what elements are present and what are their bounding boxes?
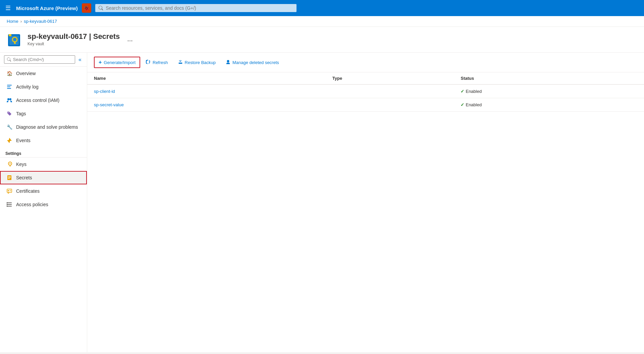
page-subtitle: Key vault xyxy=(28,42,120,46)
sidebar-collapse-button[interactable]: « xyxy=(77,56,83,63)
sidebar-item-secrets[interactable]: Secrets xyxy=(0,171,87,184)
more-options-button[interactable]: ··· xyxy=(127,37,133,44)
events-icon xyxy=(6,137,13,144)
generate-import-button[interactable]: + Generate/Import xyxy=(94,57,140,68)
toolbar: + Generate/Import Refresh Restore Backup xyxy=(87,53,644,72)
tags-icon xyxy=(6,110,13,117)
overview-icon: 🏠 xyxy=(6,70,13,77)
svg-rect-8 xyxy=(7,88,11,89)
svg-point-18 xyxy=(8,190,9,191)
sidebar-search-icon xyxy=(7,57,11,62)
check-icon: ✓ xyxy=(461,102,464,107)
row-type xyxy=(326,98,454,112)
svg-rect-6 xyxy=(7,85,12,85)
table-row[interactable]: sp-client-id ✓ Enabled xyxy=(87,84,644,98)
table-row[interactable]: sp-secret-value ✓ Enabled xyxy=(87,98,644,112)
content-area: + Generate/Import Refresh Restore Backup xyxy=(87,53,644,352)
row-name[interactable]: sp-secret-value xyxy=(87,98,326,112)
refresh-icon xyxy=(146,60,151,65)
svg-rect-16 xyxy=(8,178,10,179)
check-icon: ✓ xyxy=(461,89,464,94)
sidebar-item-certificates-label: Certificates xyxy=(16,188,40,194)
svg-rect-23 xyxy=(7,202,12,203)
sidebar-item-activity-log[interactable]: Activity log xyxy=(0,80,87,94)
sidebar-item-tags-label: Tags xyxy=(16,111,26,116)
certificates-icon xyxy=(6,188,13,194)
manage-deleted-button[interactable]: Manage deleted secrets xyxy=(221,57,283,68)
main-layout: « 🏠 Overview Activity log Access control… xyxy=(0,53,644,352)
secrets-icon xyxy=(6,174,13,181)
sidebar-item-diagnose[interactable]: 🔧 Diagnose and solve problems xyxy=(0,120,87,134)
search-input[interactable] xyxy=(106,5,293,11)
sidebar-item-events-label: Events xyxy=(16,138,31,143)
sidebar-item-access-policies-label: Access policies xyxy=(16,202,48,207)
restore-icon xyxy=(178,60,183,65)
sidebar-item-certificates[interactable]: Certificates xyxy=(0,184,87,198)
col-header-type: Type xyxy=(326,72,454,84)
svg-rect-14 xyxy=(8,176,11,177)
top-navigation-bar: ☰ Microsoft Azure (Preview) 🐞 xyxy=(0,0,644,16)
diagnose-icon: 🔧 xyxy=(6,124,13,130)
sidebar-item-keys-label: Keys xyxy=(16,162,26,167)
svg-rect-5 xyxy=(9,34,11,36)
iam-icon xyxy=(6,97,13,104)
manage-deleted-icon xyxy=(226,60,230,65)
page-header-text: sp-keyvault-0617 | Secrets Key vault xyxy=(28,32,120,46)
sidebar-item-overview[interactable]: 🏠 Overview xyxy=(0,67,87,80)
row-status: ✓ Enabled xyxy=(454,84,644,98)
svg-rect-28 xyxy=(7,205,7,207)
keyvault-icon xyxy=(7,32,23,48)
breadcrumb-resource[interactable]: sp-keyvault-0617 xyxy=(24,19,57,24)
svg-rect-15 xyxy=(8,177,11,178)
svg-rect-7 xyxy=(7,86,10,87)
svg-rect-24 xyxy=(7,204,12,205)
bug-icon[interactable]: 🐞 xyxy=(82,3,91,13)
row-name[interactable]: sp-client-id xyxy=(87,84,326,98)
svg-point-9 xyxy=(7,98,9,100)
plus-icon: + xyxy=(99,59,102,65)
svg-rect-26 xyxy=(7,202,7,203)
keys-icon xyxy=(6,161,13,168)
hamburger-menu[interactable]: ☰ xyxy=(4,3,12,13)
page-header: sp-keyvault-0617 | Secrets Key vault ··· xyxy=(0,27,644,53)
svg-point-12 xyxy=(10,163,11,164)
sidebar-item-iam-label: Access control (IAM) xyxy=(16,98,59,103)
svg-rect-27 xyxy=(7,204,7,205)
breadcrumb-home[interactable]: Home xyxy=(7,19,18,24)
svg-rect-20 xyxy=(10,191,11,191)
page-title: sp-keyvault-0617 | Secrets xyxy=(28,32,120,41)
sidebar-item-iam[interactable]: Access control (IAM) xyxy=(0,94,87,107)
sidebar-item-secrets-label: Secrets xyxy=(16,175,32,180)
restore-backup-button[interactable]: Restore Backup xyxy=(174,57,220,68)
breadcrumb: Home › sp-keyvault-0617 xyxy=(0,16,644,27)
global-search[interactable] xyxy=(95,4,297,12)
row-status: ✓ Enabled xyxy=(454,98,644,112)
sidebar-search-box[interactable] xyxy=(4,55,75,64)
col-header-name: Name xyxy=(87,72,326,84)
search-icon xyxy=(99,6,103,10)
breadcrumb-separator: › xyxy=(20,19,22,24)
sidebar-item-keys[interactable]: Keys xyxy=(0,158,87,171)
svg-rect-19 xyxy=(10,190,11,190)
access-policies-icon xyxy=(6,201,13,208)
svg-marker-11 xyxy=(7,138,12,143)
sidebar-item-diagnose-label: Diagnose and solve problems xyxy=(16,124,78,130)
sidebar-search-input[interactable] xyxy=(13,57,72,62)
app-title: Microsoft Azure (Preview) xyxy=(16,5,78,11)
activity-log-icon xyxy=(6,83,13,90)
sidebar-item-access-policies[interactable]: Access policies xyxy=(0,198,87,211)
refresh-button[interactable]: Refresh xyxy=(142,57,172,68)
sidebar-item-overview-label: Overview xyxy=(16,71,36,76)
sidebar-item-events[interactable]: Events xyxy=(0,134,87,147)
sidebar-item-activity-label: Activity log xyxy=(16,84,39,90)
row-type xyxy=(326,84,454,98)
col-header-status: Status xyxy=(454,72,644,84)
svg-rect-22 xyxy=(8,192,9,193)
secrets-table: Name Type Status sp-client-id ✓ Enabled … xyxy=(87,72,644,112)
sidebar-item-tags[interactable]: Tags xyxy=(0,107,87,120)
svg-rect-25 xyxy=(7,206,12,206)
settings-section-label: Settings xyxy=(0,147,87,158)
sidebar-search-row: « xyxy=(0,53,87,67)
svg-rect-4 xyxy=(14,43,16,44)
svg-point-10 xyxy=(9,98,11,100)
